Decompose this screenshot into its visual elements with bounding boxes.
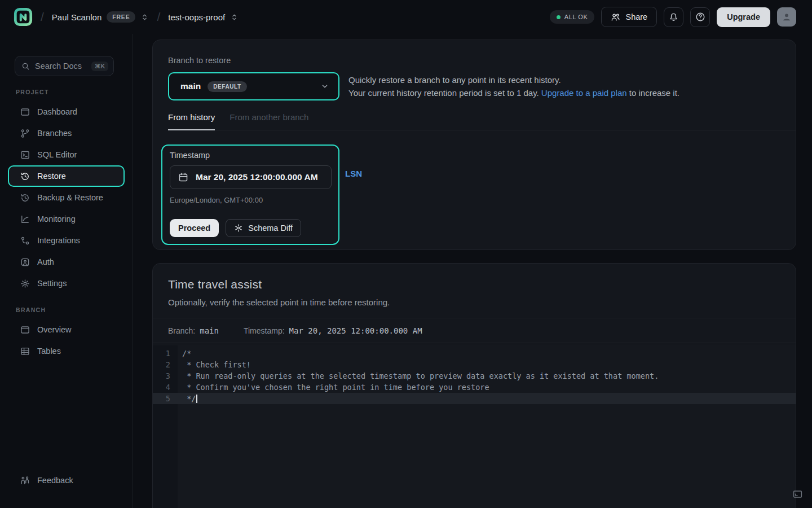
default-badge: DEFAULT [208,81,247,92]
branch-select[interactable]: main DEFAULT [168,72,339,100]
chevron-up-down-icon [140,13,149,21]
chevron-down-icon [320,82,329,91]
sidebar-item-dashboard[interactable]: Dashboard [0,101,133,122]
upgrade-plan-link[interactable]: Upgrade to a paid plan [541,88,627,98]
org-plan-badge: FREE [107,11,135,23]
sidebar-item-label: Integrations [37,236,80,245]
timezone-label: Europe/London, GMT+00:00 [170,196,332,204]
monitoring-icon [20,214,30,224]
restore-description-line2: Your current history retention period is… [348,87,679,100]
expand-icon[interactable] [791,489,804,499]
sidebar-item-backup-restore[interactable]: Backup & Restore [0,187,133,208]
calendar-icon [178,172,188,182]
restore-history-icon [20,172,30,181]
status-badge[interactable]: ALL OK [550,10,595,24]
sidebar-item-monitoring[interactable]: Monitoring [0,208,133,230]
sidebar-item-label: Restore [37,172,66,181]
sidebar-item-auth[interactable]: Auth [0,251,133,273]
search-docs-input[interactable]: Search Docs ⌘K [15,56,114,76]
timestamp-value: Mar 20, 2025 12:00:00.000 AM [289,326,422,335]
integrations-icon [20,236,30,246]
sidebar-item-label: Dashboard [37,107,77,116]
sql-editor[interactable]: 1 /* 2 * Check first! 3 * Run read-only … [153,345,796,508]
user-avatar[interactable] [777,7,796,27]
bell-icon [669,12,678,22]
share-button[interactable]: Share [601,7,657,27]
person-icon [782,12,792,22]
search-icon [21,62,30,71]
branch-nav: Overview Tables [0,319,133,362]
proceed-button[interactable]: Proceed [170,219,219,237]
schema-diff-label: Schema Diff [248,224,293,233]
sidebar-item-tables[interactable]: Tables [0,340,133,362]
time-travel-panel: Time travel assist Optionally, verify th… [152,263,796,508]
chevron-up-down-icon [230,13,239,21]
share-label: Share [625,12,647,21]
branch-key: Branch: [168,326,195,335]
timestamp-label: Timestamp [170,151,332,160]
sidebar: Search Docs ⌘K PROJECT Dashboard Branche… [0,34,133,508]
project-section-label: PROJECT [16,89,133,95]
branches-icon [20,129,30,138]
dashboard-icon [20,107,30,117]
backup-restore-icon [20,193,30,203]
breadcrumb-divider: / [41,10,44,24]
schema-diff-button[interactable]: Schema Diff [226,219,301,237]
restore-description-line1: Quickly restore a branch to any point in… [348,74,679,87]
editor-line: 4 * Confirm you've chosen the right poin… [153,382,796,393]
main-content: Branch to restore main DEFAULT Quickly r… [133,34,812,508]
status-label: ALL OK [564,14,588,20]
timestamp-value: Mar 20, 2025 12:00:00.000 AM [196,172,318,182]
neon-logo[interactable] [14,7,33,27]
sidebar-item-settings[interactable]: Settings [0,273,133,294]
upgrade-button[interactable]: Upgrade [717,7,770,27]
help-button[interactable] [690,7,710,27]
lsn-link[interactable]: LSN [345,169,362,178]
sql-editor-icon [20,150,30,160]
auth-icon [20,257,30,267]
schema-diff-icon [234,224,243,233]
sidebar-item-sql-editor[interactable]: SQL Editor [0,144,133,165]
overview-icon [20,325,30,335]
question-circle-icon [695,12,705,22]
tab-from-another-branch[interactable]: From another branch [230,112,308,130]
sidebar-item-branches[interactable]: Branches [0,122,133,144]
timestamp-input[interactable]: Mar 20, 2025 12:00:00.000 AM [170,165,332,189]
people-icon [611,12,620,22]
editor-line-active: 5 */ [153,393,796,404]
branch-value: main [200,326,219,335]
org-selector[interactable]: Paul Scanlon FREE [52,11,149,23]
editor-line: 2 * Check first! [153,359,796,370]
sidebar-item-integrations[interactable]: Integrations [0,230,133,251]
app-root: / Paul Scanlon FREE / test-oops-proof AL… [0,0,812,508]
search-placeholder: Search Docs [35,62,82,71]
timestamp-key: Timestamp: [244,326,285,335]
feedback-people-icon [20,476,30,485]
branch-select-value: main [180,81,201,91]
sidebar-item-restore[interactable]: Restore [8,165,125,187]
time-travel-title: Time travel assist [168,278,780,291]
restore-panel: Branch to restore main DEFAULT Quickly r… [152,40,796,250]
tab-from-history[interactable]: From history [168,112,215,130]
sidebar-item-label: Settings [37,279,67,288]
notifications-button[interactable] [664,7,683,27]
restore-tabs: From history From another branch [168,112,796,130]
sidebar-item-label: Auth [37,257,54,266]
restore-description: Quickly restore a branch to any point in… [348,72,679,99]
sidebar-item-overview[interactable]: Overview [0,319,133,340]
sidebar-item-label: Backup & Restore [37,193,103,202]
project-selector[interactable]: test-oops-proof [168,12,239,22]
editor-line: 1 /* [153,348,796,359]
top-bar: / Paul Scanlon FREE / test-oops-proof AL… [0,0,812,34]
project-nav: Dashboard Branches SQL Editor Restore Ba… [0,101,133,294]
editor-line: 3 * Run read-only queries at the selecte… [153,370,796,382]
text-cursor [196,395,197,403]
org-name: Paul Scanlon [52,12,102,22]
time-travel-subtitle: Optionally, verify the selected point in… [168,297,780,307]
sidebar-item-feedback[interactable]: Feedback [0,470,133,491]
sidebar-item-label: Feedback [37,476,73,485]
sidebar-item-label: SQL Editor [37,150,77,159]
branch-section-label: BRANCH [16,306,133,313]
timestamp-card: Timestamp Mar 20, 2025 12:00:00.000 AM E… [161,144,339,245]
sidebar-item-label: Branches [37,129,72,138]
